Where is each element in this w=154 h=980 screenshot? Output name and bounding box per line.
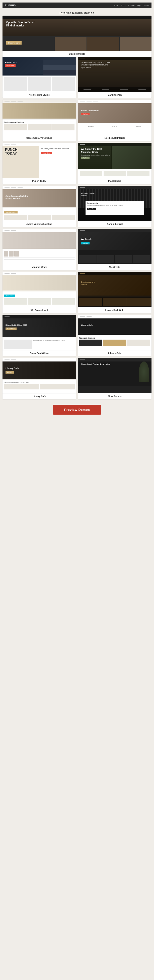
demo5-stat3: Awards	[127, 126, 150, 127]
demo3-bi3	[120, 89, 128, 90]
demo-mockup-11: We Create Explore	[78, 229, 151, 264]
demo9-nav	[78, 186, 151, 189]
demo-mockup-16: Library Cafe Explore We create spaces fr…	[3, 358, 76, 393]
demo-card-17[interactable]: Stone Sand Further Innovation More Demos	[78, 358, 151, 399]
demo-card-9[interactable]: We make creativeinteriors It means only …	[78, 186, 151, 227]
demo-label-14: Black Bold Office	[3, 350, 76, 356]
nav-home[interactable]: Home	[114, 5, 118, 6]
demo-card-11[interactable]: We Create Explore We Create	[78, 229, 151, 270]
demo-card-13[interactable]: ContemporaryOffice Luxury Dark Gold	[78, 272, 151, 313]
demos-grid-row4: Award winning LightingDesign Agency Disc…	[3, 186, 151, 227]
demo-card-6[interactable]: PUNCHTODAY We Supply the Best Plants for…	[3, 143, 76, 184]
demo8-content: Discover More	[3, 208, 76, 221]
demo-label-2: Architecture Studio	[3, 92, 76, 98]
demo-card-15[interactable]: Library Cafe We create interiors Library…	[78, 315, 151, 356]
demo-label-6: Punch Today	[3, 178, 76, 184]
demo6-btn: Read More	[41, 152, 52, 154]
demo6-nd2	[11, 144, 16, 145]
demo8-row	[4, 215, 75, 220]
demo-mockup-5: Nordic Loft Interior Explore Projects Cl…	[78, 100, 151, 135]
demo-mockup-10	[3, 229, 76, 264]
demo5-btn: Explore	[81, 113, 90, 115]
demo5-nav	[78, 100, 151, 103]
demo13-bc2	[103, 298, 126, 306]
nav-portfolio[interactable]: Portfolio	[128, 5, 134, 6]
demo7-text: We Supply the BestPlants for OfficeExcep…	[81, 148, 110, 157]
nav-about[interactable]: About	[121, 5, 126, 6]
demo11-gc3	[115, 255, 132, 263]
demo10-p3	[14, 251, 19, 256]
demo-mockup-4: Contemporary Furniture	[3, 100, 76, 135]
demo11-hero: We Create Explore	[78, 232, 151, 250]
demo6-nav	[3, 143, 76, 146]
demo17-plant	[139, 361, 149, 382]
demo-mockup-7: We Supply the BestPlants for OfficeExcep…	[78, 143, 151, 178]
demo8-col1	[4, 215, 27, 220]
demo3-bottom	[78, 87, 151, 92]
demo-card-8[interactable]: Award winning LightingDesign Agency Disc…	[3, 186, 76, 227]
demo-label-16: Library Cafe	[3, 393, 76, 399]
demo-label-13: Luxury Dark Gold	[78, 307, 151, 313]
demo-card-12[interactable]: Read More We Create Light	[3, 272, 76, 313]
demo9-wb-btn: Read More	[87, 208, 96, 210]
demo13-bc3	[127, 298, 151, 306]
demo-card-2[interactable]: ArchitectureCollective Read More Archite…	[3, 57, 76, 98]
demos-section-title: Interior Design Demos	[3, 10, 151, 16]
demo10-l1	[4, 258, 75, 258]
demo-card-7[interactable]: We Supply the BestPlants for OfficeExcep…	[78, 143, 151, 184]
demo6-text: We Supply the Best Plants for Office	[41, 148, 75, 150]
demo13-hero: ContemporaryOffice	[78, 275, 151, 296]
nav-contact[interactable]: Contact	[143, 5, 149, 6]
demo1-hero-text: Open the Door to BetterKind of Interior	[6, 21, 35, 27]
demos-grid-row8: Library Cafe Explore We create spaces fr…	[3, 358, 151, 399]
nav-blog[interactable]: Blog	[137, 5, 140, 6]
demo10-people	[4, 251, 75, 256]
demo-card-3[interactable]: Design, followed by Form & Function.We u…	[78, 57, 151, 98]
demo2-btn: Read More	[5, 64, 16, 67]
demo1-thumbs	[55, 37, 151, 51]
demo17-bottom	[78, 386, 151, 393]
demo9-text: We make creativeinteriors	[81, 192, 95, 197]
demo-label-15: Library Cafe	[78, 350, 151, 356]
demo8-nd1	[5, 187, 9, 188]
demo-card-5[interactable]: Nordic Loft Interior Explore Projects Cl…	[78, 100, 151, 141]
demo14-nav	[3, 315, 76, 318]
demo15-content: We create interiors	[78, 336, 151, 350]
demo2-bottom	[3, 76, 76, 92]
demo13-title: ContemporaryOffice	[81, 281, 95, 286]
demo-card-10[interactable]: Minimal White	[3, 229, 76, 270]
demo3-nav	[78, 57, 151, 60]
preview-demos-button[interactable]: Preview Demos	[53, 405, 101, 415]
demo12-row	[4, 298, 75, 305]
demo1-nav-dot1	[5, 17, 9, 18]
demo2-right-thumbs	[43, 60, 76, 75]
demo14-title: Black Bold Office 2023	[6, 324, 27, 326]
demo1-hero-btn: Discover More	[6, 41, 22, 45]
demo16-row	[4, 384, 75, 390]
demo-mockup-13: ContemporaryOffice	[78, 272, 151, 307]
demo-label-4: Contemporary Furniture	[3, 135, 76, 141]
demo1-nav	[3, 16, 151, 19]
demos-grid-row3: PUNCHTODAY We Supply the Best Plants for…	[3, 143, 151, 184]
demo7-btn: Explore	[81, 157, 90, 159]
demo-card-14[interactable]: Black Bold Office 2023 Read More We deli…	[3, 315, 76, 356]
demo-card-16[interactable]: Library Cafe Explore We create spaces fr…	[3, 358, 76, 399]
demo5-stats: Projects Clients Awards	[79, 126, 150, 127]
demo16-content: We create spaces from true love town	[3, 380, 76, 393]
demo15-dark-title: We create interiors	[79, 337, 150, 339]
demo15-row	[79, 340, 150, 346]
demo-card-4[interactable]: Contemporary Furniture Contemporary Furn…	[3, 100, 76, 141]
demo12-col3	[52, 298, 75, 305]
demo5-nd3	[93, 101, 98, 102]
demo-card-1[interactable]: Open the Door to BetterKind of Interior …	[3, 16, 151, 57]
demo5-text: Nordic Loft Interior	[81, 110, 99, 112]
demo5-nd2	[86, 101, 91, 102]
demo7-nav	[78, 143, 151, 146]
demo15-col3	[127, 340, 150, 346]
demos-grid-row6: Read More We Create Light Contemporar	[3, 272, 151, 313]
demo3-bi4	[138, 89, 146, 90]
demo8-nd2	[11, 187, 16, 188]
demo14-btn: Read More	[6, 328, 17, 330]
demo1-nav-dot4	[24, 17, 29, 18]
demo5-nd1	[80, 101, 85, 102]
